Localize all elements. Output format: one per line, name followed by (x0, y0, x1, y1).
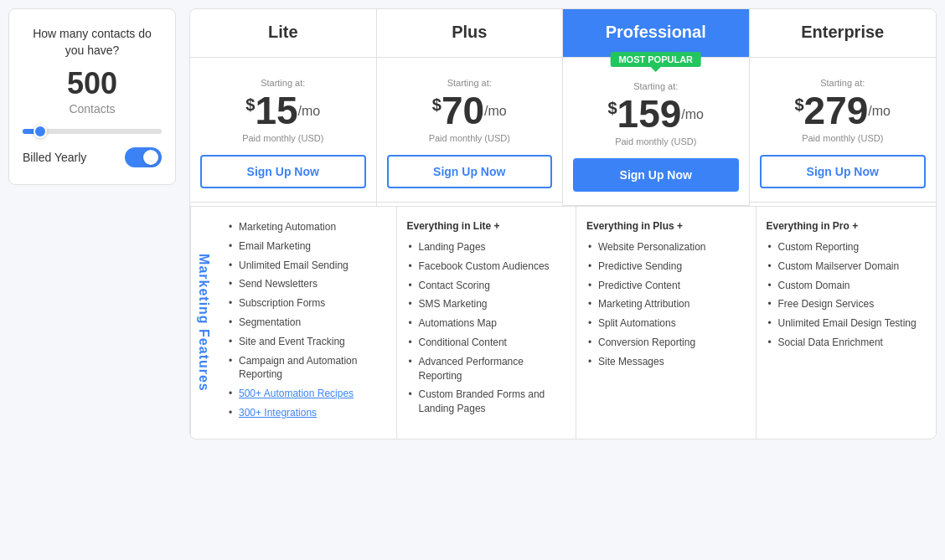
plan-professional-mo: /mo (681, 108, 704, 121)
slider-thumb[interactable] (34, 125, 47, 138)
list-item: Site Messages (586, 355, 746, 369)
plan-plus-billing: Paid monthly (USD) (387, 133, 553, 143)
list-item: Custom Reporting (767, 240, 927, 254)
plan-lite: Lite Starting at: $ 15 /mo Paid monthly … (190, 9, 377, 206)
plan-professional-billing: Paid monthly (USD) (573, 136, 739, 146)
billed-yearly-label: Billed Yearly (23, 151, 86, 164)
list-item: Landing Pages (407, 240, 566, 254)
plan-plus-name: Plus (387, 23, 553, 42)
plan-lite-pricing: Starting at: $ 15 /mo Paid monthly (USD)… (190, 58, 376, 203)
plans-section: Lite Starting at: $ 15 /mo Paid monthly … (189, 8, 937, 439)
plan-professional-dollar: $ (607, 100, 617, 116)
list-item: Site and Event Tracking (227, 335, 386, 349)
list-item: Social Data Enrichment (767, 336, 927, 350)
enterprise-signup-button[interactable]: Sign Up Now (760, 155, 927, 188)
plan-professional-name: Professional (573, 23, 739, 42)
plan-lite-header: Lite (190, 9, 376, 58)
list-item: Unlimited Email Design Testing (767, 316, 927, 331)
contacts-label: Contacts (69, 102, 115, 116)
list-item: Marketing Automation (227, 220, 386, 234)
list-item: Contact Scoring (407, 279, 566, 293)
plan-plus-header: Plus (377, 9, 563, 58)
plan-plus-mo: /mo (484, 105, 507, 118)
list-item: Campaign and Automation Reporting (227, 354, 386, 383)
plan-professional-amount: 159 (617, 95, 682, 133)
list-item: Subscription Forms (227, 296, 386, 311)
list-item: Custom Mailserver Domain (767, 259, 927, 274)
contacts-slider[interactable] (23, 126, 162, 137)
list-item: Custom Domain (767, 279, 927, 293)
plan-enterprise-name: Enterprise (760, 23, 927, 42)
automation-recipes-link[interactable]: 500+ Automation Recipes (239, 388, 354, 399)
slider-track (23, 129, 162, 134)
plan-enterprise: Enterprise Starting at: $ 279 /mo Paid m… (750, 9, 937, 206)
list-item: Facebook Custom Audiences (407, 259, 566, 274)
plan-enterprise-billing: Paid monthly (USD) (760, 133, 927, 143)
lite-features: Marketing Automation Email Marketing Unl… (217, 207, 397, 439)
professional-everything-in: Everything in Plus + (586, 220, 746, 232)
plan-plus-amount: 70 (442, 91, 484, 130)
plan-enterprise-dollar: $ (794, 96, 803, 113)
list-item: Predictive Sending (586, 259, 746, 274)
most-popular-badge: MOST POPULAR (610, 52, 701, 67)
question-text: How many contacts do you have? (23, 26, 162, 59)
list-item: Free Design Services (767, 297, 927, 311)
list-item[interactable]: 500+ Automation Recipes (227, 387, 386, 401)
plus-everything-in: Everything in Lite + (407, 220, 566, 232)
plan-lite-starting: Starting at: (200, 78, 366, 88)
list-item: Website Personalization (586, 240, 746, 254)
plan-lite-dollar: $ (245, 96, 255, 113)
plus-signup-button[interactable]: Sign Up Now (387, 155, 553, 188)
plan-enterprise-amount: 279 (804, 91, 869, 130)
plan-lite-billing: Paid monthly (USD) (200, 133, 366, 143)
plan-plus: Plus Starting at: $ 70 /mo Paid monthly … (377, 9, 564, 206)
plan-professional-starting: Starting at: (573, 81, 739, 91)
list-item: Advanced Performance Reporting (407, 355, 566, 383)
plan-enterprise-header: Enterprise (750, 9, 937, 58)
list-item[interactable]: 300+ Integrations (227, 406, 386, 420)
plan-plus-pricing: Starting at: $ 70 /mo Paid monthly (USD)… (377, 58, 563, 203)
lite-signup-button[interactable]: Sign Up Now (200, 155, 366, 188)
list-item: Predictive Content (586, 279, 746, 293)
contacts-panel: How many contacts do you have? 500 Conta… (8, 8, 176, 185)
list-item: Send Newsletters (227, 277, 386, 291)
list-item: Conditional Content (407, 336, 566, 350)
plan-enterprise-mo: /mo (868, 105, 891, 118)
list-item: SMS Marketing (407, 297, 566, 311)
plan-professional-header: Professional MOST POPULAR (563, 9, 749, 58)
list-item: Unlimited Email Sending (227, 259, 386, 273)
professional-signup-button[interactable]: Sign Up Now (573, 158, 739, 192)
plan-lite-amount: 15 (255, 91, 297, 130)
professional-feature-list: Website Personalization Predictive Sendi… (586, 240, 746, 369)
billed-yearly-toggle[interactable] (125, 147, 162, 167)
list-item: Marketing Attribution (586, 297, 746, 311)
list-item: Custom Branded Forms and Landing Pages (407, 388, 566, 416)
pricing-page: How many contacts do you have? 500 Conta… (8, 8, 937, 439)
enterprise-feature-list: Custom Reporting Custom Mailserver Domai… (767, 240, 927, 350)
features-grid: Marketing Automation Email Marketing Unl… (217, 207, 936, 439)
marketing-features-label: Marketing Features (197, 254, 212, 392)
billed-yearly-row: Billed Yearly (23, 147, 162, 167)
plans-top-row: Lite Starting at: $ 15 /mo Paid monthly … (190, 9, 936, 207)
professional-features: Everything in Plus + Website Personaliza… (576, 207, 757, 439)
plan-professional-price-row: $ 159 /mo (573, 95, 739, 133)
plan-enterprise-starting: Starting at: (760, 78, 927, 88)
plan-professional: Professional MOST POPULAR Starting at: $… (563, 9, 750, 206)
list-item: Conversion Reporting (586, 336, 746, 350)
list-item: Email Marketing (227, 239, 386, 254)
toggle-thumb (143, 150, 158, 165)
enterprise-features: Everything in Pro + Custom Reporting Cus… (757, 207, 937, 439)
enterprise-everything-in: Everything in Pro + (767, 220, 927, 232)
plan-lite-name: Lite (200, 23, 366, 42)
marketing-features-label-container: Marketing Features (190, 207, 217, 439)
plan-lite-mo: /mo (298, 105, 321, 118)
plan-plus-starting: Starting at: (387, 78, 553, 88)
plan-plus-dollar: $ (432, 96, 442, 113)
plan-lite-price-row: $ 15 /mo (200, 91, 366, 130)
plan-enterprise-pricing: Starting at: $ 279 /mo Paid monthly (USD… (750, 58, 937, 203)
integrations-link[interactable]: 300+ Integrations (239, 407, 317, 419)
plan-enterprise-price-row: $ 279 /mo (760, 91, 927, 130)
plan-plus-price-row: $ 70 /mo (387, 91, 553, 130)
features-row: Marketing Features Marketing Automation … (190, 207, 936, 439)
list-item: Segmentation (227, 316, 386, 330)
